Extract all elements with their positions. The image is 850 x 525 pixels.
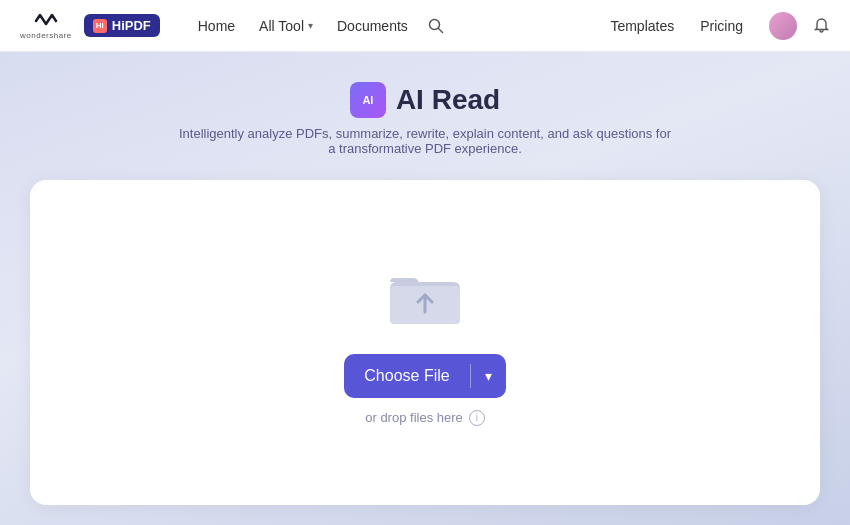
page-title-row: AI AI Read: [350, 82, 500, 118]
nav-pricing[interactable]: Pricing: [690, 12, 753, 40]
all-tool-chevron-icon: ▾: [308, 20, 313, 31]
choose-file-button[interactable]: Choose File ▾: [344, 354, 505, 398]
hipdf-icon-text: Hi: [96, 21, 104, 30]
page-header: AI AI Read Intelligently analyze PDFs, s…: [175, 82, 675, 156]
svg-line-1: [438, 28, 442, 32]
avatar[interactable]: [769, 12, 797, 40]
nav-left: wondershare Hi HiPDF Home All Tool ▾ Doc…: [20, 12, 418, 40]
navbar: wondershare Hi HiPDF Home All Tool ▾ Doc…: [0, 0, 850, 52]
info-icon[interactable]: i: [469, 410, 485, 426]
ai-read-icon: AI: [350, 82, 386, 118]
drop-hint-text: or drop files here: [365, 410, 463, 425]
folder-illustration: [385, 260, 465, 330]
hipdf-icon: Hi: [93, 19, 107, 33]
page-title: AI Read: [396, 84, 500, 116]
nav-right: Templates Pricing: [600, 12, 830, 40]
drop-hint: or drop files here i: [365, 410, 485, 426]
choose-file-label: Choose File: [344, 367, 469, 385]
wondershare-label: wondershare: [20, 31, 72, 40]
upload-card: Choose File ▾ or drop files here i: [30, 180, 820, 505]
nav-templates[interactable]: Templates: [600, 12, 684, 40]
main-content: AI AI Read Intelligently analyze PDFs, s…: [0, 52, 850, 525]
nav-home[interactable]: Home: [188, 12, 245, 40]
page-subtitle: Intelligently analyze PDFs, summarize, r…: [175, 126, 675, 156]
search-icon[interactable]: [428, 18, 444, 34]
bell-icon[interactable]: [813, 17, 830, 34]
nav-all-tool[interactable]: All Tool ▾: [249, 12, 323, 40]
nav-documents[interactable]: Documents: [327, 12, 418, 40]
hipdf-badge[interactable]: Hi HiPDF: [84, 14, 160, 37]
wondershare-logo[interactable]: wondershare: [20, 12, 72, 40]
hipdf-label: HiPDF: [112, 18, 151, 33]
choose-file-chevron-icon: ▾: [471, 368, 506, 384]
nav-links: Home All Tool ▾ Documents: [188, 12, 418, 40]
nav-right-links: Templates Pricing: [600, 12, 753, 40]
